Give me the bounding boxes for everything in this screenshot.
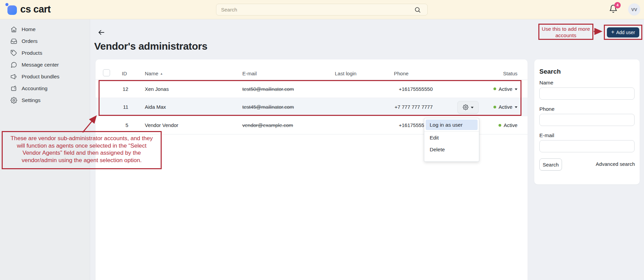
sidebar-item-orders[interactable]: Orders — [0, 35, 90, 47]
search-icon — [414, 6, 421, 13]
cell-phone: +7 777 777 7777 — [328, 98, 433, 116]
sidebar-item-label: Product bundles — [22, 74, 59, 80]
sidebar-item-message-center[interactable]: Message center — [0, 59, 90, 71]
search-panel: Search Name Phone E-mail Search Advanced… — [534, 59, 640, 184]
logo-mark-icon — [7, 5, 17, 15]
sidebar-item-label: Accounting — [22, 85, 48, 92]
page-title: Vendor's administrators — [94, 41, 207, 52]
global-search — [216, 4, 428, 16]
sidebar: Home Orders Products Message center Prod… — [0, 19, 90, 280]
status-dot-icon — [493, 87, 496, 90]
column-header-id[interactable]: ID — [122, 71, 127, 76]
notification-badge: 4 — [614, 2, 621, 8]
column-header-name[interactable]: Name▲ — [145, 71, 163, 76]
status-label: Active — [499, 104, 512, 110]
sidebar-item-settings[interactable]: Settings — [0, 94, 90, 106]
app-root: cs cart 4 VV Home Orders Products Messag… — [0, 0, 644, 280]
chevron-down-icon — [515, 88, 517, 90]
cell-id: 12 — [111, 80, 128, 98]
products-tag-icon — [10, 50, 17, 56]
sort-asc-icon: ▲ — [160, 72, 163, 75]
logo-dot-icon — [5, 3, 8, 6]
column-header-last-login[interactable]: Last login — [335, 71, 356, 76]
global-search-input[interactable] — [216, 4, 428, 16]
column-header-email[interactable]: E-mail — [242, 71, 257, 76]
sidebar-item-accounting[interactable]: Accounting — [0, 82, 90, 94]
message-bubble-icon — [10, 61, 17, 68]
sidebar-item-label: Message center — [22, 62, 59, 68]
sidebar-item-home[interactable]: Home — [0, 23, 90, 35]
status-label: Active — [504, 122, 517, 128]
cell-name: Aida Max — [145, 98, 166, 116]
annotation-add-user-box: Use this to add more accounts — [538, 24, 593, 40]
logo[interactable]: cs cart — [5, 0, 65, 19]
wallet-icon — [10, 85, 17, 92]
search-panel-title: Search — [539, 68, 561, 75]
name-field[interactable] — [539, 87, 635, 100]
home-icon — [10, 26, 17, 33]
cell-email[interactable]: test50@mailinator.com — [242, 80, 294, 98]
add-user-button[interactable]: + Add user — [607, 27, 639, 37]
cell-email[interactable]: vendor@example.com — [242, 116, 293, 134]
row-actions-menu: Log in as user Edit Delete — [424, 118, 479, 162]
annotation-arrow-right — [593, 28, 605, 35]
chevron-down-icon — [471, 107, 474, 108]
advanced-search-link[interactable]: Advanced search — [596, 161, 635, 167]
phone-field[interactable] — [539, 114, 635, 126]
row-actions-gear-button[interactable] — [457, 101, 479, 113]
avatar[interactable]: VV — [628, 3, 640, 16]
column-header-name-label: Name — [145, 71, 158, 76]
add-user-label: Add user — [616, 30, 635, 35]
megaphone-icon — [10, 73, 17, 80]
status-dot-icon — [499, 124, 501, 127]
sidebar-item-label: Settings — [22, 97, 41, 103]
arrow-left-icon — [97, 28, 105, 36]
status-dot-icon — [493, 106, 496, 108]
notifications-button[interactable]: 4 — [609, 4, 619, 15]
gear-icon — [10, 97, 17, 104]
search-button[interactable]: Search — [539, 158, 562, 171]
menu-item-edit[interactable]: Edit — [424, 132, 479, 144]
menu-item-log-in-as-user[interactable]: Log in as user — [426, 120, 478, 130]
orders-icon — [10, 38, 17, 45]
cell-id: 5 — [111, 116, 128, 134]
status-label: Active — [499, 86, 512, 92]
sidebar-item-label: Products — [22, 50, 42, 56]
sidebar-item-products[interactable]: Products — [0, 47, 90, 59]
gear-icon — [463, 104, 468, 110]
status-dropdown[interactable]: Active — [467, 80, 517, 98]
cell-name: Vendor Vendor — [145, 116, 178, 134]
email-field-label: E-mail — [539, 132, 554, 138]
email-field[interactable] — [539, 140, 635, 152]
table-header-row: ID Name▲ E-mail Last login Phone Status — [96, 59, 528, 80]
topbar: cs cart 4 VV — [0, 0, 644, 19]
back-button[interactable] — [97, 28, 106, 37]
plus-icon: + — [611, 29, 615, 35]
cell-email[interactable]: test45@mailinator.com — [242, 98, 294, 116]
chevron-down-icon — [515, 106, 517, 108]
sidebar-item-label: Home — [22, 26, 35, 32]
name-field-label: Name — [539, 80, 553, 86]
cell-phone: +16175555550 — [328, 80, 433, 98]
phone-field-label: Phone — [539, 106, 555, 112]
cell-phone: +16175555550 — [328, 116, 433, 134]
logo-text: cs cart — [20, 4, 51, 15]
menu-item-delete[interactable]: Delete — [424, 144, 479, 155]
table-row[interactable]: 12 Xen Jonas test50@mailinator.com +1617… — [96, 80, 528, 98]
column-header-status[interactable]: Status — [503, 71, 517, 76]
select-all-checkbox[interactable] — [103, 69, 110, 76]
annotation-add-user-text: Use this to add more accounts — [542, 26, 590, 38]
cell-id: 11 — [111, 98, 128, 116]
sidebar-item-product-bundles[interactable]: Product bundles — [0, 71, 90, 82]
column-header-phone[interactable]: Phone — [394, 71, 408, 76]
sidebar-item-label: Orders — [22, 38, 37, 44]
cell-name: Xen Jonas — [145, 80, 169, 98]
